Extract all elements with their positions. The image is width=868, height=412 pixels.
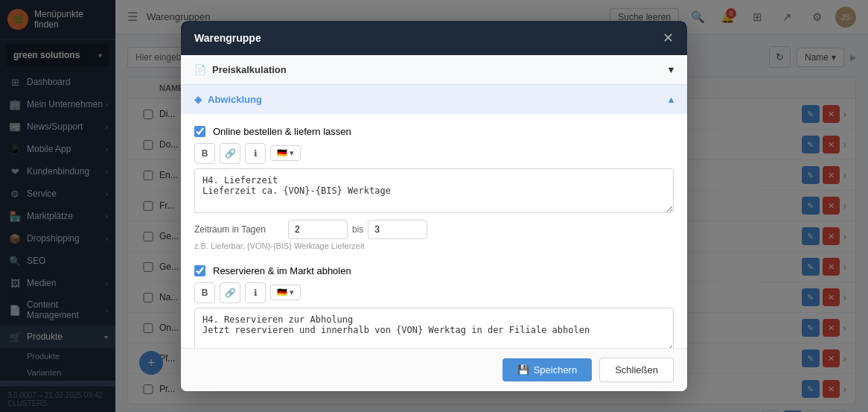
info-button-1[interactable]: ℹ (245, 143, 266, 164)
modal-overlay[interactable]: Warengruppe ✕ 📄 Preiskalkulation ▾ ◈ (0, 0, 868, 412)
textarea-reservieren[interactable]: H4. Reservieren zur Abholung Jetzt reser… (194, 308, 674, 349)
accordion-preiskalkulation-header[interactable]: 📄 Preiskalkulation ▾ (181, 55, 687, 84)
modal-body: 📄 Preiskalkulation ▾ ◈ Abwicklung ▴ (181, 55, 687, 349)
abwicklung-arrow: ▴ (668, 94, 674, 105)
checkbox-reservieren[interactable] (194, 265, 205, 276)
checkbox-online-bestellen[interactable] (194, 126, 205, 137)
hint-1: z.B. Lieferbar, {VON}-{BIS} Werktage Lie… (194, 241, 674, 250)
info-button-2[interactable]: ℹ (245, 282, 266, 303)
modal: Warengruppe ✕ 📄 Preiskalkulation ▾ ◈ (181, 21, 687, 392)
modal-title: Warengruppe (194, 32, 261, 44)
preiskalkulation-icon: 📄 (194, 64, 206, 75)
lang-button-1[interactable]: 🇩🇪 ▾ (270, 145, 301, 161)
bold-button-1[interactable]: B (194, 143, 215, 164)
textarea-online-bestellen[interactable]: H4. Lieferzeit Lieferzeit ca. {VON}-{BIS… (194, 168, 674, 213)
accordion-preiskalkulation: 📄 Preiskalkulation ▾ (181, 55, 687, 85)
zeitraum-label-1: Zeitraum in Tagen (194, 224, 284, 235)
save-button[interactable]: 💾 Speichern (502, 358, 593, 381)
preiskalkulation-arrow: ▾ (668, 64, 674, 75)
bis-label-1: bis (352, 224, 363, 235)
close-modal-button[interactable]: Schließen (599, 358, 674, 382)
label-online-bestellen: Online bestellen & liefern lassen (213, 126, 351, 137)
bold-button-2[interactable]: B (194, 282, 215, 303)
modal-header: Warengruppe ✕ (181, 21, 687, 55)
link-button-2[interactable]: 🔗 (220, 282, 240, 303)
label-reservieren: Reservieren & im Markt abholen (213, 265, 351, 276)
modal-footer: 💾 Speichern Schließen (181, 348, 687, 391)
lang-button-2[interactable]: 🇩🇪 ▾ (270, 285, 301, 300)
preiskalkulation-label: Preiskalkulation (212, 64, 287, 75)
link-button-1[interactable]: 🔗 (220, 143, 240, 164)
range-from-1[interactable] (288, 220, 348, 239)
abwicklung-icon: ◈ (194, 94, 202, 105)
accordion-abwicklung-header[interactable]: ◈ Abwicklung ▴ (181, 85, 687, 114)
abwicklung-body: Online bestellen & liefern lassen B 🔗 ℹ … (181, 114, 687, 349)
section-reservieren: Reservieren & im Markt abholen B 🔗 ℹ 🇩🇪 … (194, 265, 674, 349)
modal-close-button[interactable]: ✕ (663, 30, 674, 46)
section-online-bestellen: Online bestellen & liefern lassen B 🔗 ℹ … (194, 126, 674, 250)
accordion-abwicklung: ◈ Abwicklung ▴ Online bestellen & liefer… (181, 85, 687, 349)
abwicklung-label: Abwicklung (208, 94, 262, 105)
range-to-1[interactable] (368, 220, 427, 239)
save-icon: 💾 (517, 364, 529, 375)
